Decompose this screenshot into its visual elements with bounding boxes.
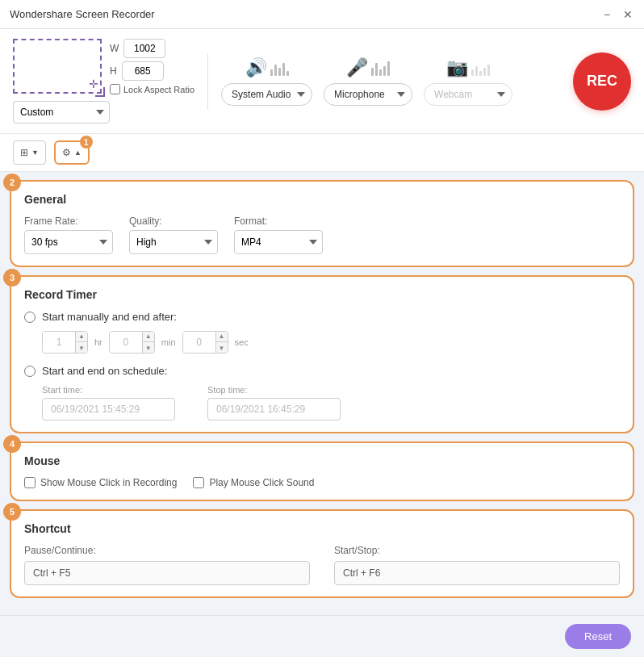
pause-input[interactable] xyxy=(24,561,310,585)
time-fields: Start time: Stop time: xyxy=(42,385,620,421)
pause-label: Pause/Continue: xyxy=(24,545,310,556)
webcam-item: 📷 Webcam xyxy=(424,57,512,106)
show-click-checkbox[interactable] xyxy=(24,477,36,488)
hr-input[interactable] xyxy=(43,331,75,354)
reset-button[interactable]: Reset xyxy=(565,624,631,649)
stop-time-input[interactable] xyxy=(207,398,341,421)
badge: 1 xyxy=(80,136,93,149)
lock-aspect-checkbox[interactable] xyxy=(110,84,120,94)
min-input[interactable] xyxy=(110,331,142,354)
timer-inputs: ▲ ▼ hr ▲ ▼ min ▲ ▼ sec xyxy=(42,331,620,354)
hr-down-button[interactable]: ▼ xyxy=(76,342,87,354)
width-input[interactable] xyxy=(123,39,165,58)
show-click-item: Show Mouse Click in Recording xyxy=(24,477,177,488)
lock-row: Lock Aspect Ratio xyxy=(110,84,194,94)
minimize-button[interactable]: − xyxy=(600,8,613,21)
settings-button[interactable]: 1 ⚙ ▲ xyxy=(54,140,90,165)
record-timer-section: 3 Record Timer Start manually and end af… xyxy=(10,275,634,433)
app-title: Wondershare Screen Recorder xyxy=(10,8,600,20)
bottom-bar: Reset xyxy=(0,615,644,657)
second-toolbar: ⊞ ▼ 1 ⚙ ▲ xyxy=(0,134,644,172)
lock-aspect-label: Lock Aspect Ratio xyxy=(123,85,194,94)
webcam-select[interactable]: Webcam xyxy=(424,83,512,106)
bar-4 xyxy=(383,66,386,76)
mouse-checkbox-row: Show Mouse Click in Recording Play Mouse… xyxy=(24,477,620,488)
bar-3 xyxy=(379,69,382,76)
start-stop-input[interactable] xyxy=(334,561,620,585)
record-timer-section-number: 3 xyxy=(3,269,21,287)
speaker-icon: 🔊 xyxy=(245,57,267,78)
bar-2 xyxy=(375,63,378,76)
toolbar-divider-1 xyxy=(207,53,208,110)
start-manually-row: Start manually and end after: xyxy=(24,311,620,323)
pause-group: Pause/Continue: xyxy=(24,545,310,585)
min-spinners: ▲ ▼ xyxy=(142,331,154,354)
general-section: 2 General Frame Rate: 30 fps Quality: Hi… xyxy=(10,180,634,267)
height-label: H xyxy=(110,65,117,77)
titlebar: Wondershare Screen Recorder − ✕ xyxy=(0,0,644,29)
play-sound-checkbox[interactable] xyxy=(193,477,204,488)
min-label: min xyxy=(161,337,176,347)
record-timer-title: Record Timer xyxy=(24,288,620,301)
shortcut-row: Pause/Continue: Start/Stop: xyxy=(24,545,620,585)
min-down-button[interactable]: ▼ xyxy=(143,342,154,354)
format-group: Format: MP4 xyxy=(234,216,323,254)
preset-select[interactable]: Custom xyxy=(13,101,110,123)
height-input[interactable] xyxy=(122,61,164,81)
stop-time-label: Stop time: xyxy=(207,385,341,395)
format-label: Format: xyxy=(234,216,323,227)
mouse-section: 4 Mouse Show Mouse Click in Recording Pl… xyxy=(10,441,634,501)
microphone-select[interactable]: Microphone xyxy=(324,83,412,106)
content-area: 2 General Frame Rate: 30 fps Quality: Hi… xyxy=(0,172,644,647)
webcam-bars xyxy=(471,60,490,76)
quality-label: Quality: xyxy=(129,216,218,227)
main-toolbar: ✛ W H Lock Aspect Ratio Custom xyxy=(0,29,644,134)
bar-4 xyxy=(282,63,285,76)
bar-2 xyxy=(274,65,277,76)
sec-up-button[interactable]: ▲ xyxy=(216,331,228,342)
show-click-label: Show Mouse Click in Recording xyxy=(40,477,177,488)
shortcut-section: 5 Shortcut Pause/Continue: Start/Stop: xyxy=(10,509,634,598)
width-row: W xyxy=(110,39,194,58)
play-sound-item: Play Mouse Click Sound xyxy=(193,477,314,488)
layout-chevron: ▼ xyxy=(31,149,39,157)
close-button[interactable]: ✕ xyxy=(621,8,634,21)
microphone-bars xyxy=(371,60,390,76)
start-time-group: Start time: xyxy=(42,385,175,421)
rec-button[interactable]: REC xyxy=(573,52,631,111)
format-select[interactable]: MP4 xyxy=(234,230,323,254)
hr-input-group: ▲ ▼ xyxy=(42,331,88,354)
hr-up-button[interactable]: ▲ xyxy=(76,331,87,342)
hr-spinners: ▲ ▼ xyxy=(75,331,87,354)
sec-label: sec xyxy=(235,337,249,347)
bar-5 xyxy=(286,71,289,76)
quality-select[interactable]: High xyxy=(129,230,218,254)
min-input-group: ▲ ▼ xyxy=(109,331,155,354)
webcam-icon: 📷 xyxy=(446,57,468,78)
webcam-icon-row: 📷 xyxy=(446,57,490,78)
start-manually-label: Start manually and end after: xyxy=(42,311,177,323)
sec-input[interactable] xyxy=(183,331,215,354)
system-audio-select[interactable]: System Audio xyxy=(221,83,312,106)
start-time-input[interactable] xyxy=(42,398,175,421)
frame-rate-select[interactable]: 30 fps xyxy=(24,230,113,254)
start-time-label: Start time: xyxy=(42,385,175,395)
bar-3 xyxy=(479,71,482,76)
start-manually-radio[interactable] xyxy=(24,312,36,323)
general-form-row: Frame Rate: 30 fps Quality: High Format:… xyxy=(24,216,620,254)
shortcut-section-number: 5 xyxy=(3,503,21,521)
settings-chevron: ▲ xyxy=(74,149,82,157)
min-up-button[interactable]: ▲ xyxy=(143,331,154,342)
layout-button[interactable]: ⊞ ▼ xyxy=(13,140,46,165)
bar-1 xyxy=(270,69,273,76)
microphone-icon-row: 🎤 xyxy=(346,57,390,78)
bar-2 xyxy=(475,66,478,76)
system-audio-bars xyxy=(270,60,289,76)
hr-label: hr xyxy=(94,337,102,347)
start-schedule-radio[interactable] xyxy=(24,366,36,377)
sec-input-group: ▲ ▼ xyxy=(182,331,228,354)
bar-4 xyxy=(483,68,486,76)
microphone-icon: 🎤 xyxy=(346,57,368,78)
sec-down-button[interactable]: ▼ xyxy=(216,342,228,354)
bar-3 xyxy=(278,68,281,76)
